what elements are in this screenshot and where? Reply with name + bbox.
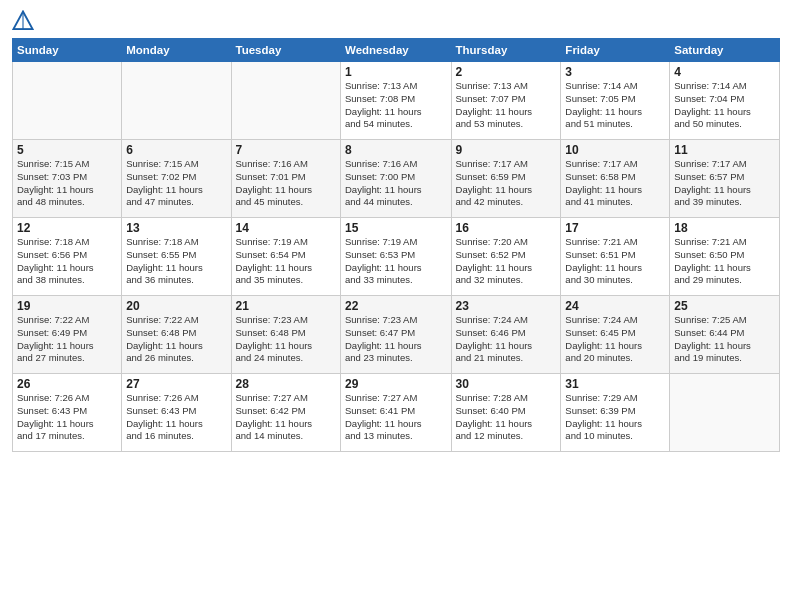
day-info: Sunrise: 7:18 AM Sunset: 6:56 PM Dayligh… <box>17 236 117 287</box>
calendar-cell: 1Sunrise: 7:13 AM Sunset: 7:08 PM Daylig… <box>340 62 451 140</box>
day-info: Sunrise: 7:22 AM Sunset: 6:49 PM Dayligh… <box>17 314 117 365</box>
calendar-cell: 28Sunrise: 7:27 AM Sunset: 6:42 PM Dayli… <box>231 374 340 452</box>
calendar-cell: 31Sunrise: 7:29 AM Sunset: 6:39 PM Dayli… <box>561 374 670 452</box>
week-row-1: 1Sunrise: 7:13 AM Sunset: 7:08 PM Daylig… <box>13 62 780 140</box>
day-info: Sunrise: 7:27 AM Sunset: 6:42 PM Dayligh… <box>236 392 336 443</box>
calendar-cell: 2Sunrise: 7:13 AM Sunset: 7:07 PM Daylig… <box>451 62 561 140</box>
weekday-header-row: SundayMondayTuesdayWednesdayThursdayFrid… <box>13 39 780 62</box>
calendar-cell: 26Sunrise: 7:26 AM Sunset: 6:43 PM Dayli… <box>13 374 122 452</box>
logo-icon <box>12 10 34 32</box>
day-info: Sunrise: 7:21 AM Sunset: 6:51 PM Dayligh… <box>565 236 665 287</box>
weekday-header-wednesday: Wednesday <box>340 39 451 62</box>
day-info: Sunrise: 7:14 AM Sunset: 7:05 PM Dayligh… <box>565 80 665 131</box>
day-number: 29 <box>345 377 447 391</box>
day-number: 5 <box>17 143 117 157</box>
day-number: 14 <box>236 221 336 235</box>
day-info: Sunrise: 7:21 AM Sunset: 6:50 PM Dayligh… <box>674 236 775 287</box>
day-number: 26 <box>17 377 117 391</box>
day-number: 7 <box>236 143 336 157</box>
day-info: Sunrise: 7:20 AM Sunset: 6:52 PM Dayligh… <box>456 236 557 287</box>
day-number: 6 <box>126 143 226 157</box>
calendar-cell: 23Sunrise: 7:24 AM Sunset: 6:46 PM Dayli… <box>451 296 561 374</box>
day-info: Sunrise: 7:28 AM Sunset: 6:40 PM Dayligh… <box>456 392 557 443</box>
calendar-cell: 21Sunrise: 7:23 AM Sunset: 6:48 PM Dayli… <box>231 296 340 374</box>
logo <box>12 10 38 32</box>
weekday-header-monday: Monday <box>122 39 231 62</box>
day-info: Sunrise: 7:25 AM Sunset: 6:44 PM Dayligh… <box>674 314 775 365</box>
calendar-cell: 16Sunrise: 7:20 AM Sunset: 6:52 PM Dayli… <box>451 218 561 296</box>
day-info: Sunrise: 7:24 AM Sunset: 6:46 PM Dayligh… <box>456 314 557 365</box>
calendar-cell: 9Sunrise: 7:17 AM Sunset: 6:59 PM Daylig… <box>451 140 561 218</box>
calendar-cell: 17Sunrise: 7:21 AM Sunset: 6:51 PM Dayli… <box>561 218 670 296</box>
calendar-cell: 3Sunrise: 7:14 AM Sunset: 7:05 PM Daylig… <box>561 62 670 140</box>
calendar-cell: 8Sunrise: 7:16 AM Sunset: 7:00 PM Daylig… <box>340 140 451 218</box>
day-number: 8 <box>345 143 447 157</box>
day-number: 25 <box>674 299 775 313</box>
calendar-cell: 20Sunrise: 7:22 AM Sunset: 6:48 PM Dayli… <box>122 296 231 374</box>
week-row-2: 5Sunrise: 7:15 AM Sunset: 7:03 PM Daylig… <box>13 140 780 218</box>
calendar-cell: 13Sunrise: 7:18 AM Sunset: 6:55 PM Dayli… <box>122 218 231 296</box>
weekday-header-saturday: Saturday <box>670 39 780 62</box>
week-row-4: 19Sunrise: 7:22 AM Sunset: 6:49 PM Dayli… <box>13 296 780 374</box>
calendar-cell: 4Sunrise: 7:14 AM Sunset: 7:04 PM Daylig… <box>670 62 780 140</box>
day-info: Sunrise: 7:23 AM Sunset: 6:48 PM Dayligh… <box>236 314 336 365</box>
calendar-cell: 10Sunrise: 7:17 AM Sunset: 6:58 PM Dayli… <box>561 140 670 218</box>
day-info: Sunrise: 7:17 AM Sunset: 6:59 PM Dayligh… <box>456 158 557 209</box>
day-number: 20 <box>126 299 226 313</box>
calendar-cell: 22Sunrise: 7:23 AM Sunset: 6:47 PM Dayli… <box>340 296 451 374</box>
day-info: Sunrise: 7:14 AM Sunset: 7:04 PM Dayligh… <box>674 80 775 131</box>
calendar-cell: 24Sunrise: 7:24 AM Sunset: 6:45 PM Dayli… <box>561 296 670 374</box>
day-number: 12 <box>17 221 117 235</box>
day-number: 1 <box>345 65 447 79</box>
calendar-cell: 19Sunrise: 7:22 AM Sunset: 6:49 PM Dayli… <box>13 296 122 374</box>
week-row-3: 12Sunrise: 7:18 AM Sunset: 6:56 PM Dayli… <box>13 218 780 296</box>
calendar-cell: 12Sunrise: 7:18 AM Sunset: 6:56 PM Dayli… <box>13 218 122 296</box>
page-container: SundayMondayTuesdayWednesdayThursdayFrid… <box>0 0 792 458</box>
day-number: 15 <box>345 221 447 235</box>
day-info: Sunrise: 7:16 AM Sunset: 7:01 PM Dayligh… <box>236 158 336 209</box>
day-info: Sunrise: 7:15 AM Sunset: 7:03 PM Dayligh… <box>17 158 117 209</box>
day-number: 18 <box>674 221 775 235</box>
day-number: 16 <box>456 221 557 235</box>
day-number: 19 <box>17 299 117 313</box>
calendar-cell: 25Sunrise: 7:25 AM Sunset: 6:44 PM Dayli… <box>670 296 780 374</box>
calendar-cell: 11Sunrise: 7:17 AM Sunset: 6:57 PM Dayli… <box>670 140 780 218</box>
day-number: 30 <box>456 377 557 391</box>
day-number: 21 <box>236 299 336 313</box>
day-number: 11 <box>674 143 775 157</box>
day-info: Sunrise: 7:24 AM Sunset: 6:45 PM Dayligh… <box>565 314 665 365</box>
calendar-cell: 5Sunrise: 7:15 AM Sunset: 7:03 PM Daylig… <box>13 140 122 218</box>
calendar-cell: 29Sunrise: 7:27 AM Sunset: 6:41 PM Dayli… <box>340 374 451 452</box>
day-number: 22 <box>345 299 447 313</box>
day-number: 2 <box>456 65 557 79</box>
day-number: 17 <box>565 221 665 235</box>
calendar-cell <box>13 62 122 140</box>
day-number: 10 <box>565 143 665 157</box>
day-info: Sunrise: 7:22 AM Sunset: 6:48 PM Dayligh… <box>126 314 226 365</box>
calendar-cell: 6Sunrise: 7:15 AM Sunset: 7:02 PM Daylig… <box>122 140 231 218</box>
calendar-cell <box>231 62 340 140</box>
day-info: Sunrise: 7:19 AM Sunset: 6:53 PM Dayligh… <box>345 236 447 287</box>
day-info: Sunrise: 7:23 AM Sunset: 6:47 PM Dayligh… <box>345 314 447 365</box>
day-info: Sunrise: 7:27 AM Sunset: 6:41 PM Dayligh… <box>345 392 447 443</box>
calendar-cell: 27Sunrise: 7:26 AM Sunset: 6:43 PM Dayli… <box>122 374 231 452</box>
weekday-header-thursday: Thursday <box>451 39 561 62</box>
calendar-cell: 7Sunrise: 7:16 AM Sunset: 7:01 PM Daylig… <box>231 140 340 218</box>
calendar-cell: 18Sunrise: 7:21 AM Sunset: 6:50 PM Dayli… <box>670 218 780 296</box>
day-number: 31 <box>565 377 665 391</box>
header <box>12 10 780 32</box>
day-number: 4 <box>674 65 775 79</box>
calendar-table: SundayMondayTuesdayWednesdayThursdayFrid… <box>12 38 780 452</box>
week-row-5: 26Sunrise: 7:26 AM Sunset: 6:43 PM Dayli… <box>13 374 780 452</box>
weekday-header-friday: Friday <box>561 39 670 62</box>
day-info: Sunrise: 7:16 AM Sunset: 7:00 PM Dayligh… <box>345 158 447 209</box>
day-number: 13 <box>126 221 226 235</box>
day-info: Sunrise: 7:29 AM Sunset: 6:39 PM Dayligh… <box>565 392 665 443</box>
day-number: 24 <box>565 299 665 313</box>
day-info: Sunrise: 7:26 AM Sunset: 6:43 PM Dayligh… <box>17 392 117 443</box>
calendar-cell <box>122 62 231 140</box>
day-number: 9 <box>456 143 557 157</box>
day-info: Sunrise: 7:18 AM Sunset: 6:55 PM Dayligh… <box>126 236 226 287</box>
day-info: Sunrise: 7:26 AM Sunset: 6:43 PM Dayligh… <box>126 392 226 443</box>
day-info: Sunrise: 7:15 AM Sunset: 7:02 PM Dayligh… <box>126 158 226 209</box>
